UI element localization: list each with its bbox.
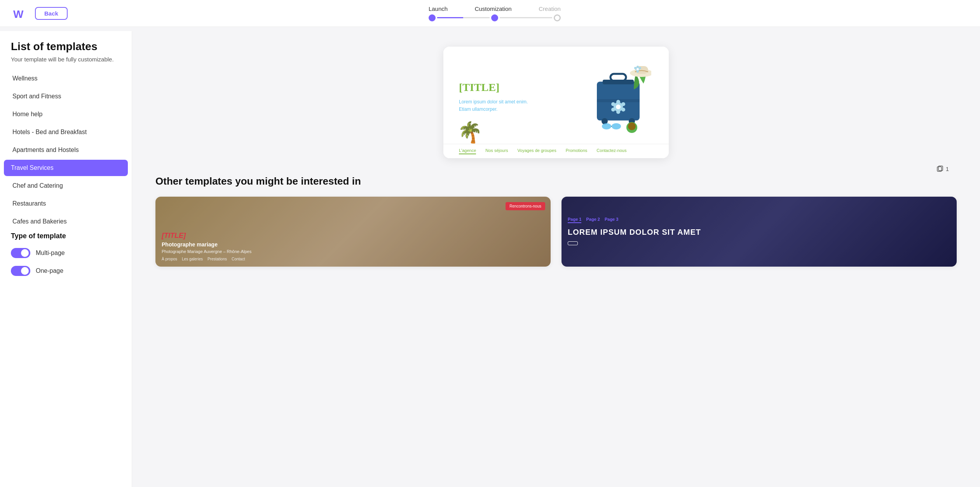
progress-dot-launch xyxy=(429,14,436,21)
wedding-description: Photographe Mariage Auvergne – Rhône-Alp… xyxy=(162,249,544,254)
travel-template-title: [TITLE] xyxy=(459,81,575,94)
one-page-label: One-page xyxy=(36,267,63,274)
sidebar-item-travel-services[interactable]: Travel Services xyxy=(4,160,128,176)
travel-template-nav: L'agence Nos séjours Voyages de groupes … xyxy=(443,144,669,158)
other-templates-grid: Rencontrons-nous [TITLE] Photographe mar… xyxy=(155,197,957,267)
svg-point-13 xyxy=(611,108,615,112)
svg-point-23 xyxy=(636,68,639,70)
wedding-subtitle: Photographe mariage xyxy=(162,241,544,248)
wedding-nav-galeries[interactable]: Les galeries xyxy=(182,257,203,261)
travel-nav-item-4[interactable]: Promotions xyxy=(566,148,588,154)
sidebar-item-sport-fitness[interactable]: Sport and Fitness xyxy=(0,87,132,105)
svg-point-24 xyxy=(602,123,611,129)
svg-point-21 xyxy=(634,67,636,69)
progress-dot-creation xyxy=(554,14,561,21)
multi-page-label: Multi-page xyxy=(36,250,65,257)
back-button[interactable]: Back xyxy=(35,7,68,20)
sidebar-item-cafes-bakeries[interactable]: Cafes and Bakeries xyxy=(0,213,132,225)
svg-text:W: W xyxy=(13,8,24,20)
main-content: [TITLE] Lorem ipsum dolor sit amet enim.… xyxy=(132,31,980,487)
copy-icon xyxy=(936,165,943,172)
svg-point-12 xyxy=(621,102,625,106)
travel-template-desc-2: Etiam ullamcorper. xyxy=(459,106,575,113)
svg-point-11 xyxy=(611,102,615,106)
svg-point-9 xyxy=(616,100,620,104)
template-count: 1 xyxy=(946,166,949,172)
svg-point-22 xyxy=(639,67,641,69)
header-left: W Back xyxy=(12,5,68,22)
wedding-thumb-area: Rencontrons-nous [TITLE] Photographe mar… xyxy=(155,197,551,267)
other-template-card-sport[interactable]: Page 1 Page 2 Page 3 LOREM IPSUM DOLOR S… xyxy=(561,197,957,267)
wedding-title: [TITLE] xyxy=(162,232,544,240)
sidebar-item-apartments[interactable]: Apartments and Hostels xyxy=(0,141,132,159)
sport-cta[interactable] xyxy=(568,241,578,245)
wedding-nav: À propos Les galeries Prestations Contac… xyxy=(162,257,544,261)
wedding-nav-prestations[interactable]: Prestations xyxy=(208,257,227,261)
travel-template-illustration xyxy=(575,58,653,136)
wedding-thumb: Rencontrons-nous [TITLE] Photographe mar… xyxy=(155,197,551,267)
progress-bar: Launch Customization Creation xyxy=(398,5,592,21)
sport-tab-3[interactable]: Page 3 xyxy=(605,217,618,223)
wedding-nav-contact[interactable]: Contact xyxy=(232,257,245,261)
wedding-nav-apropos[interactable]: À propos xyxy=(162,257,177,261)
travel-nav-item-5[interactable]: Contactez-nous xyxy=(596,148,626,154)
progress-track-2 xyxy=(500,17,552,18)
svg-point-10 xyxy=(616,110,620,114)
palm-tree-emoji: 🌴 xyxy=(457,120,483,144)
toggle-row-one-page: One-page xyxy=(0,262,132,280)
rencontre-button[interactable]: Rencontrons-nous xyxy=(506,202,545,210)
travel-nav-item-2[interactable]: Nos séjours xyxy=(485,148,508,154)
sidebar: List of templates Your template will be … xyxy=(0,31,132,487)
sidebar-category-list: Wellness Sport and Fitness Home help Hot… xyxy=(0,70,132,225)
other-template-card-wedding[interactable]: Rencontrons-nous [TITLE] Photographe mar… xyxy=(155,197,551,267)
main-layout: List of templates Your template will be … xyxy=(0,31,980,487)
travel-template-text: [TITLE] Lorem ipsum dolor sit amet enim.… xyxy=(459,81,575,113)
sport-title: LOREM IPSUM DOLOR SIT AMET xyxy=(568,228,950,237)
wedding-content: [TITLE] Photographe mariage Photographe … xyxy=(162,232,544,261)
multi-page-toggle[interactable] xyxy=(11,248,30,258)
one-page-toggle[interactable] xyxy=(11,266,30,276)
travel-template-desc-1: Lorem ipsum dolor sit amet enim. xyxy=(459,98,575,106)
toggle-row-multi-page: Multi-page xyxy=(0,244,132,262)
template-preview-card[interactable]: [TITLE] Lorem ipsum dolor sit amet enim.… xyxy=(443,47,669,158)
sidebar-item-chef-catering[interactable]: Chef and Catering xyxy=(0,177,132,195)
header: W Back Launch Customization Creation xyxy=(0,0,980,27)
progress-track-1 xyxy=(437,17,490,18)
progress-dot-customization xyxy=(491,14,498,21)
sport-thumb-area: Page 1 Page 2 Page 3 LOREM IPSUM DOLOR S… xyxy=(561,197,957,267)
sidebar-item-home-help[interactable]: Home help xyxy=(0,105,132,123)
sidebar-item-restaurants[interactable]: Restaurants xyxy=(0,195,132,213)
progress-labels: Launch Customization Creation xyxy=(429,5,561,12)
sidebar-item-hotels[interactable]: Hotels - Bed and Breakfast xyxy=(0,123,132,141)
type-of-template-title: Type of template xyxy=(0,225,132,244)
svg-point-19 xyxy=(636,66,639,68)
template-preview-inner: [TITLE] Lorem ipsum dolor sit amet enim.… xyxy=(443,47,669,158)
other-templates-heading: Other templates you might be interested … xyxy=(155,175,957,187)
svg-point-28 xyxy=(628,122,636,130)
svg-point-14 xyxy=(621,108,625,112)
sport-thumb: Page 1 Page 2 Page 3 LOREM IPSUM DOLOR S… xyxy=(561,197,957,267)
sidebar-heading: List of templates xyxy=(0,40,132,53)
svg-point-20 xyxy=(636,70,639,73)
sport-content: Page 1 Page 2 Page 3 LOREM IPSUM DOLOR S… xyxy=(568,217,950,247)
template-count-bar: 1 xyxy=(155,162,957,175)
sport-tabs: Page 1 Page 2 Page 3 xyxy=(568,217,950,223)
w-logo: W xyxy=(12,5,29,22)
sport-tab-2[interactable]: Page 2 xyxy=(586,217,600,223)
travel-nav-item-1[interactable]: L'agence xyxy=(459,148,476,154)
progress-label-creation: Creation xyxy=(539,5,561,12)
travel-nav-item-3[interactable]: Voyages de groupes xyxy=(517,148,556,154)
progress-bar-row xyxy=(429,14,561,21)
sport-tab-1[interactable]: Page 1 xyxy=(568,217,581,223)
sidebar-item-wellness[interactable]: Wellness xyxy=(0,70,132,87)
svg-point-25 xyxy=(612,123,621,129)
svg-point-15 xyxy=(616,105,621,109)
travel-template: [TITLE] Lorem ipsum dolor sit amet enim.… xyxy=(443,47,669,158)
sidebar-subheading: Your template will be fully customizable… xyxy=(0,56,132,63)
progress-label-customization: Customization xyxy=(475,5,512,12)
progress-fill-1 xyxy=(437,17,464,18)
progress-label-launch: Launch xyxy=(429,5,448,12)
